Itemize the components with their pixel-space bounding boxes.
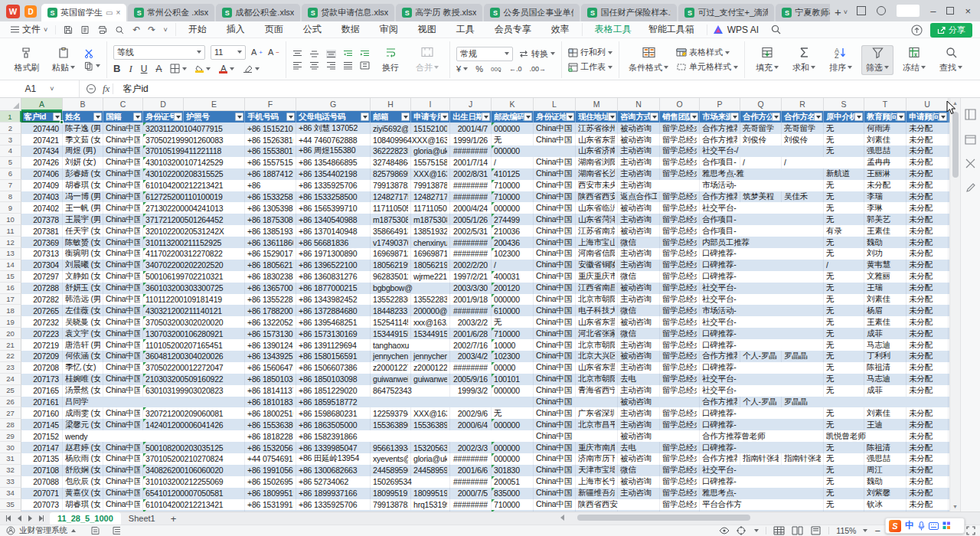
- cell[interactable]: China中国: [534, 191, 576, 203]
- table-style-button[interactable]: 表格样式: [676, 47, 738, 58]
- cell[interactable]: 799138782: [411, 180, 450, 191]
- cell[interactable]: China中国: [103, 157, 143, 168]
- cell[interactable]: China中国: [103, 442, 143, 453]
- column-header-K[interactable]: K: [492, 98, 534, 110]
- cell[interactable]: 无: [824, 202, 864, 214]
- cell[interactable]: 未分配: [906, 248, 949, 260]
- header-cell[interactable]: 国籍: [103, 111, 143, 123]
- menu-item-工具[interactable]: 工具: [456, 23, 475, 36]
- cell[interactable]: +86 15606475: [245, 362, 296, 374]
- cell[interactable]: 罗晶晶: [782, 397, 824, 408]
- cell[interactable]: 10000: [492, 339, 534, 351]
- filter-button[interactable]: 筛选: [861, 45, 893, 75]
- cell[interactable]: 未分配: [906, 214, 949, 225]
- cell[interactable]: +86 1335925706: [296, 180, 371, 191]
- column-header-I[interactable]: I: [411, 98, 450, 110]
- align-center-icon[interactable]: [309, 61, 319, 70]
- cell[interactable]: 无: [824, 237, 864, 248]
- cell[interactable]: 何依涵 (女: [63, 351, 103, 362]
- cell[interactable]: 207161: [21, 397, 63, 408]
- cell[interactable]: +86 19910568: [245, 465, 296, 476]
- cell[interactable]: 口碑推荐-: [700, 442, 740, 453]
- cell[interactable]: 2003/2/2: [450, 316, 492, 328]
- cell[interactable]: +86 13220522: [245, 316, 296, 328]
- cell[interactable]: 江苏省南京: [576, 225, 618, 237]
- row-header-13[interactable]: 13: [0, 248, 21, 260]
- filter-dropdown-button[interactable]: [854, 113, 863, 121]
- zoom-formula-icon[interactable]: [86, 83, 96, 94]
- cell[interactable]: China中国: [103, 476, 143, 488]
- column-header-P[interactable]: P: [700, 98, 740, 110]
- cell[interactable]: 合作项目-: [700, 214, 740, 225]
- cell[interactable]: ziyi5692@q: [371, 123, 411, 134]
- cell[interactable]: +86 15263810: [245, 134, 296, 145]
- cell[interactable]: 河北省张家: [576, 328, 618, 339]
- cell[interactable]: 被动咨询: [618, 510, 660, 511]
- cell[interactable]: 合作方推荐: [700, 191, 740, 203]
- fill-button[interactable]: 填充: [751, 45, 783, 75]
- cell[interactable]: 市场活动-: [700, 305, 740, 316]
- cell[interactable]: China中国: [534, 397, 576, 408]
- cell[interactable]: +86 1370140948: [296, 225, 371, 237]
- cell[interactable]: China中国: [534, 157, 576, 168]
- cell[interactable]: 合作方推荐: [700, 351, 740, 362]
- cell[interactable]: 340826200106060020: [143, 465, 184, 476]
- cell[interactable]: 被动咨询: [618, 476, 660, 488]
- cell[interactable]: 无: [824, 214, 864, 225]
- cell[interactable]: +86 18101832: [245, 397, 296, 408]
- cell[interactable]: 200000@qq: [411, 305, 450, 316]
- row-header-26[interactable]: 26: [0, 397, 21, 408]
- cell[interactable]: 未分配: [864, 180, 906, 191]
- column-header-M[interactable]: M: [576, 98, 618, 110]
- cell[interactable]: 207288: [21, 283, 63, 294]
- cell[interactable]: 370503200302020020: [143, 316, 184, 328]
- cell[interactable]: 留学总经办: [660, 283, 700, 294]
- wps-ai-entry[interactable]: WPS AI: [707, 25, 765, 35]
- cell[interactable]: 未分配: [906, 305, 949, 316]
- file-tab[interactable]: S成都公积金.xlsx: [216, 4, 300, 21]
- cell[interactable]: 王瑞: [864, 283, 906, 294]
- cell[interactable]: China中国: [534, 465, 576, 476]
- cell[interactable]: China中国: [534, 225, 576, 237]
- cell[interactable]: 无: [824, 499, 864, 511]
- cell[interactable]: +86 1335925706: [296, 499, 371, 511]
- row-header-21[interactable]: 21: [0, 339, 21, 351]
- cell[interactable]: 刘功: [864, 248, 906, 260]
- cell[interactable]: 110105200207165451: [143, 339, 184, 351]
- cell[interactable]: 180562199: [411, 260, 450, 271]
- cell[interactable]: China中国: [534, 407, 576, 419]
- cell[interactable]: 无: [824, 316, 864, 328]
- cell[interactable]: 未分配: [906, 351, 949, 362]
- column-header-B[interactable]: B: [63, 98, 103, 110]
- row-header-12[interactable]: 12: [0, 237, 21, 248]
- cell[interactable]: 207173: [21, 374, 63, 385]
- horizontal-scroll-thumb[interactable]: [577, 515, 750, 521]
- cell[interactable]: China中国: [103, 294, 143, 306]
- cell[interactable]: 207208: [21, 362, 63, 374]
- cell[interactable]: +86 1971300890: [296, 248, 371, 260]
- cell[interactable]: 李琳: [864, 202, 906, 214]
- zoom-chevron-icon[interactable]: [863, 529, 867, 532]
- cell[interactable]: 207152: [21, 430, 63, 442]
- row-header-7[interactable]: 7: [0, 180, 21, 191]
- cell[interactable]: 罗晶晶: [782, 351, 824, 362]
- cell[interactable]: China中国: [103, 407, 143, 419]
- cell[interactable]: 未分配: [906, 510, 949, 511]
- cell[interactable]: 去电: [618, 374, 660, 385]
- cell[interactable]: 无: [824, 271, 864, 283]
- row-header-2[interactable]: 2: [0, 123, 21, 134]
- cell[interactable]: 无: [492, 407, 534, 419]
- cell[interactable]: 未分配: [906, 339, 949, 351]
- row-header-17[interactable]: 17: [0, 294, 21, 306]
- cell[interactable]: 962835011: [371, 271, 411, 283]
- cell[interactable]: 刘晨曦 (女: [63, 260, 103, 271]
- cell[interactable]: 留学总经办: [660, 465, 700, 476]
- cell[interactable]: 留学总经办: [660, 237, 700, 248]
- column-header-S[interactable]: S: [824, 98, 864, 110]
- cell[interactable]: 207165: [21, 385, 63, 397]
- cell[interactable]: +86 1850103098: [296, 374, 371, 385]
- cell[interactable]: 未分配: [906, 476, 949, 488]
- decrease-font-button[interactable]: A−: [268, 47, 279, 57]
- cell[interactable]: 654101200007050581: [143, 488, 184, 499]
- cell[interactable]: 被动咨询: [618, 351, 660, 362]
